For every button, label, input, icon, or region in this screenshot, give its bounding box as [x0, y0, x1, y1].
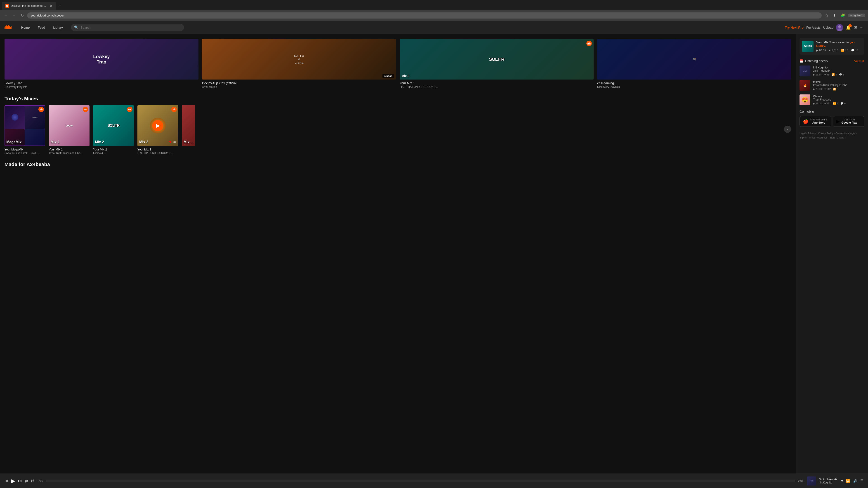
mix3-play-button[interactable]: ▶: [152, 120, 163, 131]
active-tab[interactable]: Discover the top streamed mus... ✕: [2, 2, 56, 10]
messages-button[interactable]: ✉: [854, 25, 857, 30]
mix-card-mix4[interactable]: Mix ...: [182, 105, 195, 154]
player-skip-forward-button[interactable]: ⏭: [18, 479, 22, 483]
view-all-link[interactable]: View all: [854, 59, 864, 63]
more-options-button[interactable]: ···: [860, 25, 864, 30]
solitr-logo: SOLITR: [489, 57, 504, 62]
back-button[interactable]: ←: [3, 12, 9, 19]
google-play-text: GET IT ON Google Play: [842, 118, 857, 125]
artist-resources-link[interactable]: Artist Resources: [809, 136, 828, 139]
upload-button[interactable]: Upload: [823, 26, 833, 29]
svg-rect-26: [85, 109, 85, 110]
address-bar[interactable]: [27, 12, 822, 19]
card-your-mix3[interactable]: SOLITR Mix 3 Your Mix 3 LIKE THAT UNDERG…: [400, 39, 594, 89]
card-mix3-subtitle: LIKE THAT UNDERGROUND ...: [400, 86, 594, 89]
card-lowkey-trap[interactable]: LowkeyTrap Lowkey Trap Discovery Playlis…: [4, 39, 198, 89]
player-shuffle-button[interactable]: ⇄: [25, 479, 28, 484]
mix4-label: Mix ...: [184, 140, 193, 144]
reload-button[interactable]: ↻: [19, 12, 25, 19]
consent-manager-link[interactable]: Consent Manager: [835, 132, 855, 135]
card-deejay[interactable]: DJ LEX&CISHE station Deejay-Gijs Cox (Of…: [202, 39, 396, 89]
for-artists-button[interactable]: For Artists: [806, 26, 820, 29]
saved-notif-image: SOLITR: [802, 41, 813, 52]
extensions-button[interactable]: 🧩: [840, 12, 846, 19]
mikoll-track: Ostatni dzień wakacji z Tobą: [813, 84, 864, 87]
mix2-label: Mix 2: [95, 140, 104, 144]
mix-card-mix3[interactable]: ▶ LTU Mix 3 ♥ ••• Your Mix 3 LIKE THAT U…: [137, 105, 178, 154]
mix-card-megamix[interactable]: figure MegaMix Your MegaMix Sweet &: [4, 105, 45, 154]
volume-button[interactable]: 🔊: [853, 479, 858, 483]
notification-badge: 1: [848, 24, 852, 27]
player-skip-back-button[interactable]: ⏮: [4, 479, 8, 483]
footer-links: Legal - Privacy - Cookie Policy - Consen…: [800, 131, 864, 140]
user-avatar[interactable]: [836, 24, 843, 31]
made-for-section: Made for A24beaba: [4, 162, 791, 167]
soundcloud-logo[interactable]: [4, 24, 13, 31]
svg-rect-15: [589, 42, 590, 44]
player-queue-button[interactable]: ☰: [860, 479, 864, 483]
todays-mixes-title: Today's Mixes: [4, 96, 791, 102]
svg-rect-1: [5, 26, 6, 29]
mix-card-mix2[interactable]: SOLITR Mix 2 Your Mix 2 Lecrae & ...: [93, 105, 134, 154]
home-nav-link[interactable]: Home: [18, 24, 33, 31]
imprint-link[interactable]: Imprint: [800, 136, 807, 139]
history-item-mikoll[interactable]: 🔥 mikoll Ostatni dzień wakacji z Tobą ▶ …: [800, 80, 864, 91]
mix1-subtitle: Taylor Swift, Tones and I, Ka...: [49, 152, 90, 154]
legal-link[interactable]: Legal: [800, 132, 806, 135]
player-track-details: Jimi n Hendrix I.N.Kognito: [819, 478, 837, 484]
privacy-link[interactable]: Privacy: [808, 132, 816, 135]
bookmark-button[interactable]: ☆: [824, 12, 830, 19]
library-nav-link[interactable]: Library: [50, 24, 66, 31]
player-repost-button[interactable]: 🔁: [846, 479, 850, 483]
mix-megamix-image: figure MegaMix: [4, 105, 45, 146]
feed-nav-link[interactable]: Feed: [34, 24, 49, 31]
history-item-wavey[interactable]: 😍 Wavey Trust Freestyle ▶ 29.1K ♥ 281 🔁 …: [800, 94, 864, 105]
nav-actions: ☆ ⬇ 🧩 Incognito (2): [824, 12, 865, 19]
card-chill-gaming[interactable]: 🎮 chill gaming Discovery Playlists: [597, 39, 791, 89]
svg-rect-37: [130, 109, 131, 110]
wavey-reposts: 🔁 6: [833, 102, 838, 105]
google-play-button[interactable]: ▶ GET IT ON Google Play: [833, 116, 865, 127]
mix3-heart-icon[interactable]: ♥: [169, 140, 172, 144]
wavey-plays: ▶ 29.1K: [813, 102, 822, 105]
player-like-button[interactable]: ♥: [841, 479, 843, 483]
inkognito-stats: ▶ 19.6K ♥ 93 🔁 3 💬 6: [813, 73, 864, 76]
progress-bar[interactable]: [46, 481, 795, 482]
mix2-image: SOLITR Mix 2: [93, 105, 134, 146]
megamix-title: Your MegaMix: [4, 148, 45, 151]
made-for-title: Made for A24beaba: [4, 162, 791, 167]
svg-rect-13: [588, 43, 589, 44]
next-arrow-button[interactable]: ›: [784, 126, 791, 133]
new-tab-button[interactable]: +: [57, 4, 63, 8]
app-store-button[interactable]: 🍎 Download on the App Store: [800, 116, 831, 127]
tab-close-button[interactable]: ✕: [50, 4, 53, 8]
notifications-button[interactable]: 🔔 1: [846, 25, 851, 30]
plays-stat: ▶ 84.3K: [816, 49, 826, 52]
mix-card-mix1[interactable]: Lover Mix 1 Your Mix 1 Taylor Swift, Ton…: [49, 105, 90, 154]
player-play-button[interactable]: ▶: [11, 478, 15, 484]
svg-rect-41: [174, 109, 174, 110]
search-bar[interactable]: 🔍: [71, 24, 184, 31]
download-button[interactable]: ⬇: [832, 12, 838, 19]
comments-stat: 💬 14: [851, 49, 858, 52]
blog-link[interactable]: Blog: [830, 136, 835, 139]
saved-notification: SOLITR Your Mix 2 was saved to your Libr…: [800, 38, 864, 55]
search-input[interactable]: [81, 26, 181, 29]
svg-rect-6: [10, 27, 11, 29]
svg-rect-32: [128, 109, 129, 110]
charts-link[interactable]: Charts: [837, 136, 844, 139]
forward-button[interactable]: →: [11, 12, 17, 19]
nav-links: Home Feed Library: [18, 24, 66, 31]
try-next-pro-button[interactable]: Try Next Pro: [785, 26, 803, 29]
soundcloud-app: Home Feed Library 🔍 Try Next Pro For Art…: [0, 21, 868, 488]
mix3-card-title: Your Mix 3: [137, 148, 178, 151]
google-play-icon: ▶: [836, 119, 840, 124]
mikoll-artist: mikoll: [813, 80, 864, 84]
svg-point-9: [838, 25, 841, 28]
player-repeat-button[interactable]: ↺: [31, 479, 34, 484]
history-item-inkognito[interactable]: I.N.K I.N.Kognito Jimi n Hendrix ▶ 19.6K…: [800, 66, 864, 76]
history-section-header: 📅 Listening history View all: [800, 59, 864, 63]
mix3-card-label: Mix 3: [139, 140, 148, 144]
mix3-more-button[interactable]: •••: [173, 140, 176, 144]
cookie-policy-link[interactable]: Cookie Policy: [818, 132, 833, 135]
